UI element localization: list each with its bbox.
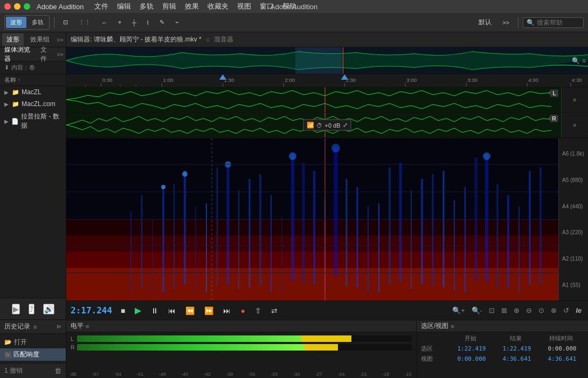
toolbar-btn-7[interactable]: ✎: [155, 17, 169, 27]
col-end: 结束: [494, 334, 537, 342]
toolbar-btn-2[interactable]: ⋮⋮: [74, 17, 95, 27]
default-label: 默认: [479, 18, 492, 27]
bottom-panels: 电平 ≡ L R: [66, 320, 588, 378]
play-preview-button[interactable]: ▶: [12, 304, 20, 314]
svg-rect-28: [66, 113, 588, 138]
file-name-label: MacZL.com: [22, 100, 56, 108]
list-item[interactable]: 📂 打开: [0, 336, 66, 348]
fast-forward-button[interactable]: ⏩: [202, 305, 216, 317]
settings-icon[interactable]: ≡: [582, 57, 586, 65]
zoom-selection-icon[interactable]: ⊡: [487, 305, 497, 316]
scale-label-15: -15: [405, 372, 412, 377]
left-tabs-expand[interactable]: >>: [57, 37, 64, 43]
view-end-val[interactable]: 4:36.641: [495, 355, 538, 362]
file-list: ▶ 📁 MacZL ▶ 📁 MacZL.com ▶ 📄 拉普拉斯 - 数据: [0, 86, 66, 298]
mixer-tab[interactable]: 混音器: [214, 35, 233, 44]
toolbar-btn-4[interactable]: ⌖: [114, 17, 126, 27]
file-name-label: MacZL: [22, 88, 41, 96]
open-icon: 📂: [4, 339, 12, 346]
spectrum-labels: A6 (1.8k) A5 (880) A4 (440) A3 (220) A2 …: [558, 138, 588, 300]
svg-text:4:00: 4:00: [528, 78, 538, 83]
loop-button[interactable]: ⇄: [268, 305, 280, 317]
search-icon: 🔍: [527, 19, 535, 26]
menu-file[interactable]: 文件: [94, 2, 108, 11]
toolbar: 波形 多轨 ⊡ ⋮⋮ ↔ ⌖ ┼ Ι ✎ ⌁ 默认 >> 🔍: [0, 13, 588, 32]
export-button[interactable]: ⇧: [252, 305, 264, 317]
zoom-out-time-icon[interactable]: 🔍-: [469, 305, 485, 316]
freq-label-a3: A3 (220): [560, 229, 587, 235]
close-button[interactable]: [4, 3, 11, 10]
scale-label-27: -27: [315, 372, 322, 377]
multitrack-mode-button[interactable]: 多轨: [27, 17, 48, 28]
zoom-in-time-icon[interactable]: 🔍+: [450, 305, 467, 316]
waveform-mode-button[interactable]: 波形: [6, 17, 26, 28]
menu-edit[interactable]: 编辑: [117, 2, 131, 11]
timeline-ruler[interactable]: hms 0:30 1:00 1:30 2:00 2:30 3:00 3:30: [66, 74, 588, 87]
sel-start-val[interactable]: 1:22.419: [450, 345, 493, 352]
zoom-out-freq-icon[interactable]: ⊖: [524, 305, 534, 316]
search-input[interactable]: [537, 19, 580, 26]
return-to-start-button[interactable]: ⏮: [165, 305, 178, 317]
left-panel: 波形 效果组 >> 媒体浏览器 文件 >> ⬇ 内容：卷 名称 ↑ ▶ 📁 Ma…: [0, 32, 66, 378]
menu-favorites[interactable]: 收藏夹: [207, 2, 229, 11]
stop-button[interactable]: ■: [118, 305, 128, 317]
menu-clip[interactable]: 剪辑: [162, 2, 176, 11]
history-menu-icon[interactable]: ≡: [33, 324, 37, 330]
spectrum-area[interactable]: A6 (1.8k) A5 (880) A4 (440) A3 (220) A2 …: [66, 138, 588, 300]
chevron-right-icon: ▶: [4, 101, 10, 107]
track-content-right[interactable]: dB R: [66, 113, 588, 138]
maximize-button[interactable]: [24, 3, 30, 10]
history-expand-icon[interactable]: ⊳: [57, 323, 61, 330]
file-list-header: 名称 ↑: [0, 74, 66, 86]
list-item[interactable]: fx 匹配响度: [0, 348, 66, 361]
menu-effects[interactable]: 效果: [185, 2, 199, 11]
pause-button[interactable]: ⏸: [148, 305, 161, 317]
selection-menu-icon[interactable]: ≡: [451, 323, 454, 330]
expand-presets-button[interactable]: >>: [498, 18, 514, 27]
zoom-reset-freq-icon[interactable]: ⊙: [536, 305, 547, 316]
sel-end-val[interactable]: 1:22.419: [495, 345, 538, 352]
record-button[interactable]: ●: [238, 305, 247, 317]
list-item[interactable]: ▶ 📄 拉普拉斯 - 数据: [0, 110, 66, 132]
media-tabs-expand[interactable]: >>: [57, 51, 64, 58]
view-duration-val[interactable]: 4:36.641: [541, 355, 584, 362]
ie-icon[interactable]: Ie: [573, 305, 584, 316]
level-menu-icon[interactable]: ≡: [86, 323, 89, 330]
menu-view[interactable]: 视图: [237, 2, 251, 11]
zoom-all-icon[interactable]: ⊠: [499, 305, 509, 316]
track-content-left[interactable]: dB L: [66, 87, 588, 113]
undo-button[interactable]: 1 撤销: [4, 366, 23, 375]
view-start-val[interactable]: 0:00.000: [450, 355, 493, 362]
toolbar-btn-8[interactable]: ⌁: [171, 17, 183, 27]
list-item[interactable]: ▶ 📁 MacZL.com: [0, 98, 66, 110]
refresh-icon[interactable]: ↺: [561, 305, 571, 316]
time-display: 2:17.244: [71, 305, 114, 316]
traffic-lights: [4, 3, 30, 10]
minimize-button[interactable]: [14, 3, 20, 10]
selection-title: 选区/视图: [421, 321, 448, 331]
toolbar-btn-6[interactable]: Ι: [143, 18, 153, 27]
search-area: 🔍: [523, 17, 584, 28]
toolbar-btn-3[interactable]: ↔: [97, 18, 112, 27]
zoom-all-freq-icon[interactable]: ⊗: [549, 305, 559, 316]
meter-bar-yellow-left: [301, 335, 351, 342]
list-item[interactable]: ▶ 📁 MacZL: [0, 86, 66, 98]
meter-bar-yellow-right: [305, 344, 338, 351]
insert-button[interactable]: ⤴: [29, 304, 34, 314]
go-to-end-button[interactable]: ⏭: [220, 305, 233, 317]
zoom-in-freq-icon[interactable]: ⊕: [511, 305, 522, 316]
toolbar-btn-5[interactable]: ┼: [128, 18, 141, 27]
folder-icon: 📁: [12, 101, 19, 108]
rewind-button[interactable]: ⏪: [183, 305, 197, 317]
trash-icon[interactable]: 🗑: [54, 367, 61, 375]
toolbar-btn-1[interactable]: ⊡: [59, 17, 72, 27]
waveform-overview[interactable]: 🔍 ≡: [66, 47, 588, 74]
zoom-icon[interactable]: 🔍: [572, 57, 580, 65]
selection-header: 选区/视图 ≡: [417, 320, 588, 332]
sel-duration-val[interactable]: 0:00.000: [541, 345, 584, 352]
scale-label-36: -36: [248, 372, 255, 377]
level-scale: dB -57 -54 -51 -48 -45 -42 -39 -36 -33 -…: [66, 370, 416, 378]
play-button[interactable]: ▶: [132, 304, 144, 317]
volume-button[interactable]: 🔊: [43, 304, 54, 314]
menu-multitrack[interactable]: 多轨: [140, 2, 154, 11]
